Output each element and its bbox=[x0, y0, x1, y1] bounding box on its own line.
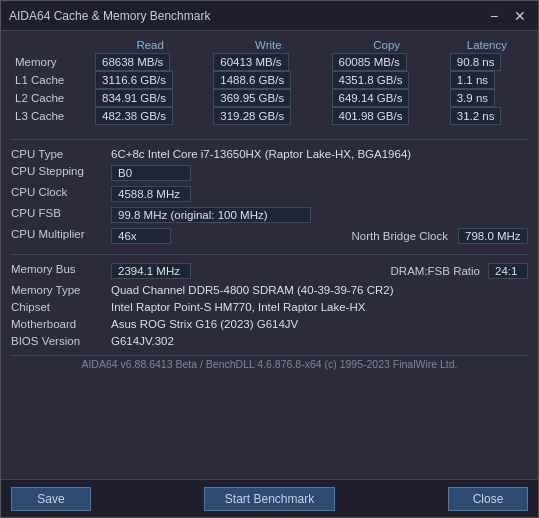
cpu-stepping-box: B0 bbox=[111, 165, 191, 181]
separator-1 bbox=[11, 139, 528, 140]
memory-bus-row: 2394.1 MHz DRAM:FSB Ratio 24:1 bbox=[111, 261, 528, 281]
memory-info-grid: Memory Bus 2394.1 MHz DRAM:FSB Ratio 24:… bbox=[11, 261, 528, 349]
bench-row: L3 Cache 482.38 GB/s 319.28 GB/s 401.98 … bbox=[11, 107, 528, 125]
cpu-fsb-value: 99.8 MHz (original: 100 MHz) bbox=[111, 205, 528, 225]
bench-latency: 90.8 ns bbox=[450, 53, 502, 71]
nb-clock-box: 798.0 MHz bbox=[458, 228, 528, 244]
bench-copy: 401.98 GB/s bbox=[332, 107, 410, 125]
bench-write: 1488.6 GB/s bbox=[213, 71, 291, 89]
memory-type-value: Quad Channel DDR5-4800 SDRAM (40-39-39-7… bbox=[111, 282, 528, 298]
bench-copy: 649.14 GB/s bbox=[332, 89, 410, 107]
nb-clock-label: North Bridge Clock bbox=[351, 230, 454, 242]
bench-copy: 4351.8 GB/s bbox=[332, 71, 410, 89]
memory-bus-box: 2394.1 MHz bbox=[111, 263, 191, 279]
cpu-type-label: CPU Type bbox=[11, 146, 111, 162]
col-read: Read bbox=[91, 37, 209, 53]
bench-label: L3 Cache bbox=[11, 107, 91, 125]
cpu-clock-label: CPU Clock bbox=[11, 184, 111, 204]
save-button[interactable]: Save bbox=[11, 487, 91, 511]
bench-row: L1 Cache 3116.6 GB/s 1488.6 GB/s 4351.8 … bbox=[11, 71, 528, 89]
bench-row: Memory 68638 MB/s 60413 MB/s 60085 MB/s … bbox=[11, 53, 528, 71]
dram-fsb-label: DRAM:FSB Ratio bbox=[391, 265, 484, 277]
motherboard-value: Asus ROG Strix G16 (2023) G614JV bbox=[111, 316, 528, 332]
cpu-multiplier-row: 46x North Bridge Clock 798.0 MHz bbox=[111, 226, 528, 246]
motherboard-label: Motherboard bbox=[11, 316, 111, 332]
title-bar: AIDA64 Cache & Memory Benchmark − ✕ bbox=[1, 1, 538, 31]
col-latency: Latency bbox=[446, 37, 528, 53]
cpu-type-value: 6C+8c Intel Core i7-13650HX (Raptor Lake… bbox=[111, 146, 528, 162]
cpu-multiplier-label: CPU Multiplier bbox=[11, 226, 111, 246]
cpu-clock-value: 4588.8 MHz bbox=[111, 184, 528, 204]
bench-label: Memory bbox=[11, 53, 91, 71]
bench-row: L2 Cache 834.91 GB/s 369.95 GB/s 649.14 … bbox=[11, 89, 528, 107]
benchmark-table: Read Write Copy Latency Memory 68638 MB/… bbox=[11, 37, 528, 125]
bench-latency: 3.9 ns bbox=[450, 89, 495, 107]
cpu-info-grid: CPU Type 6C+8c Intel Core i7-13650HX (Ra… bbox=[11, 146, 528, 246]
bottom-bar: Save Start Benchmark Close bbox=[1, 479, 538, 517]
bench-read: 834.91 GB/s bbox=[95, 89, 173, 107]
bench-latency: 1.1 ns bbox=[450, 71, 495, 89]
bench-latency: 31.2 ns bbox=[450, 107, 502, 125]
bios-value: G614JV.302 bbox=[111, 333, 528, 349]
bios-label: BIOS Version bbox=[11, 333, 111, 349]
close-button[interactable]: Close bbox=[448, 487, 528, 511]
col-copy: Copy bbox=[328, 37, 446, 53]
cpu-clock-box: 4588.8 MHz bbox=[111, 186, 191, 202]
bench-write: 319.28 GB/s bbox=[213, 107, 291, 125]
footer-note: AIDA64 v6.88.6413 Beta / BenchDLL 4.6.87… bbox=[11, 355, 528, 372]
window-title: AIDA64 Cache & Memory Benchmark bbox=[9, 9, 210, 23]
chipset-label: Chipset bbox=[11, 299, 111, 315]
cpu-fsb-label: CPU FSB bbox=[11, 205, 111, 225]
bench-label: L1 Cache bbox=[11, 71, 91, 89]
bench-copy: 60085 MB/s bbox=[332, 53, 407, 71]
title-bar-controls: − ✕ bbox=[484, 6, 530, 26]
bench-read: 3116.6 GB/s bbox=[95, 71, 173, 89]
minimize-button[interactable]: − bbox=[484, 6, 504, 26]
separator-2 bbox=[11, 254, 528, 255]
cpu-stepping-value: B0 bbox=[111, 163, 528, 183]
memory-type-label: Memory Type bbox=[11, 282, 111, 298]
close-window-button[interactable]: ✕ bbox=[510, 6, 530, 26]
bench-read: 482.38 GB/s bbox=[95, 107, 173, 125]
cpu-fsb-box: 99.8 MHz (original: 100 MHz) bbox=[111, 207, 311, 223]
chipset-value: Intel Raptor Point-S HM770, Intel Raptor… bbox=[111, 299, 528, 315]
bench-write: 369.95 GB/s bbox=[213, 89, 291, 107]
bench-write: 60413 MB/s bbox=[213, 53, 288, 71]
col-write: Write bbox=[209, 37, 327, 53]
memory-bus-label: Memory Bus bbox=[11, 261, 111, 281]
bench-read: 68638 MB/s bbox=[95, 53, 170, 71]
cpu-multiplier-box: 46x bbox=[111, 228, 171, 244]
main-window: AIDA64 Cache & Memory Benchmark − ✕ Read… bbox=[0, 0, 539, 518]
content-area: Read Write Copy Latency Memory 68638 MB/… bbox=[1, 31, 538, 479]
bench-label: L2 Cache bbox=[11, 89, 91, 107]
cpu-stepping-label: CPU Stepping bbox=[11, 163, 111, 183]
dram-fsb-box: 24:1 bbox=[488, 263, 528, 279]
start-benchmark-button[interactable]: Start Benchmark bbox=[204, 487, 335, 511]
